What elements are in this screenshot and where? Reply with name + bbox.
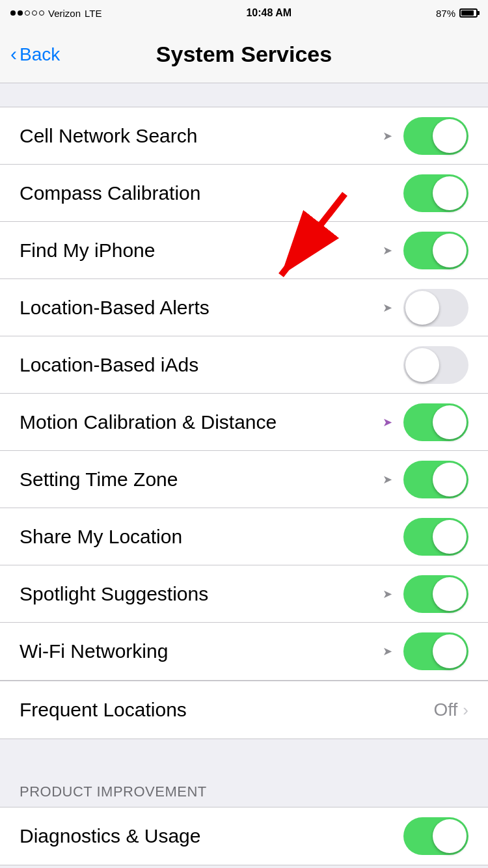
label-share-my-location: Share My Location xyxy=(20,526,182,548)
toggle-knob xyxy=(433,520,467,554)
location-arrow-icon: ➤ xyxy=(380,415,394,429)
toggle-find-my-iphone[interactable] xyxy=(403,232,468,269)
settings-row-cell-network-search[interactable]: Cell Network Search➤ xyxy=(0,107,488,165)
toggle-setting-time-zone[interactable] xyxy=(403,461,468,498)
settings-row-find-my-iphone[interactable]: Find My iPhone➤ xyxy=(0,222,488,279)
signal-dot-4 xyxy=(32,10,37,16)
label-compass-calibration: Compass Calibration xyxy=(20,182,200,204)
battery-icon xyxy=(459,8,478,18)
carrier-name: Verizon xyxy=(48,8,81,19)
frequent-locations-label: Frequent Locations xyxy=(20,699,187,721)
toggle-knob xyxy=(433,819,467,853)
signal-dot-5 xyxy=(39,10,44,16)
toggle-knob xyxy=(405,348,439,382)
product-improvement-header: PRODUCT IMPROVEMENT xyxy=(0,768,488,807)
settings-row-motion-calibration[interactable]: Motion Calibration & Distance➤ xyxy=(0,394,488,451)
location-arrow-icon: ➤ xyxy=(380,243,394,258)
toggle-knob xyxy=(433,405,467,439)
toggle-knob xyxy=(433,577,467,611)
settings-row-setting-time-zone[interactable]: Setting Time Zone➤ xyxy=(0,451,488,508)
toggle-cell-network-search[interactable] xyxy=(403,117,468,155)
frequent-locations-row[interactable]: Frequent Locations Off › xyxy=(0,681,488,739)
toggle-motion-calibration[interactable] xyxy=(403,403,468,441)
network-type: LTE xyxy=(85,8,102,19)
label-location-based-alerts: Location-Based Alerts xyxy=(20,297,210,319)
toggle-share-my-location[interactable] xyxy=(403,518,468,556)
bottom-section-gap xyxy=(0,739,488,768)
chevron-right-icon: › xyxy=(463,700,468,720)
label-find-my-iphone: Find My iPhone xyxy=(20,239,155,262)
label-cell-network-search: Cell Network Search xyxy=(20,125,197,147)
battery-fill xyxy=(461,10,474,16)
toggle-knob xyxy=(433,634,467,668)
status-time: 10:48 AM xyxy=(246,7,291,19)
page-title: System Services xyxy=(156,42,332,67)
toggle-spotlight-suggestions[interactable] xyxy=(403,575,468,613)
back-button[interactable]: ‹ Back xyxy=(10,44,60,65)
frequent-locations-value: Off xyxy=(433,699,457,720)
status-bar: Verizon LTE 10:48 AM 87% xyxy=(0,0,488,26)
settings-row-compass-calibration[interactable]: Compass Calibration xyxy=(0,165,488,222)
battery-percentage: 87% xyxy=(436,8,455,19)
product-improvement-list: Diagnostics & Usage xyxy=(0,807,488,865)
location-arrow-icon: ➤ xyxy=(380,301,394,315)
settings-row-wifi-networking[interactable]: Wi-Fi Networking➤ xyxy=(0,623,488,680)
top-section-gap xyxy=(0,83,488,107)
settings-row-location-based-alerts[interactable]: Location-Based Alerts➤ xyxy=(0,279,488,336)
label-wifi-networking: Wi-Fi Networking xyxy=(20,640,168,662)
frequent-locations-value-area: Off › xyxy=(433,699,468,720)
label-diagnostics-usage: Diagnostics & Usage xyxy=(20,825,200,847)
label-motion-calibration: Motion Calibration & Distance xyxy=(20,411,277,433)
back-chevron-icon: ‹ xyxy=(10,43,17,65)
toggle-diagnostics-usage[interactable] xyxy=(403,817,468,855)
label-spotlight-suggestions: Spotlight Suggestions xyxy=(20,583,208,605)
toggle-knob xyxy=(433,119,467,153)
back-label: Back xyxy=(20,44,60,65)
status-left: Verizon LTE xyxy=(10,8,102,19)
settings-row-spotlight-suggestions[interactable]: Spotlight Suggestions➤ xyxy=(0,565,488,623)
settings-row-share-my-location[interactable]: Share My Location xyxy=(0,508,488,565)
signal-dots xyxy=(10,10,44,16)
toggle-location-based-iads[interactable] xyxy=(403,346,468,384)
settings-list: Cell Network Search➤Compass CalibrationF… xyxy=(0,107,488,681)
signal-dot-3 xyxy=(25,10,30,16)
toggle-location-based-alerts[interactable] xyxy=(403,289,468,327)
label-location-based-iads: Location-Based iAds xyxy=(20,354,198,376)
toggle-wifi-networking[interactable] xyxy=(403,632,468,670)
toggle-knob xyxy=(405,291,439,325)
nav-bar: ‹ Back System Services xyxy=(0,26,488,83)
signal-dot-1 xyxy=(10,10,16,16)
signal-dot-2 xyxy=(18,10,23,16)
label-setting-time-zone: Setting Time Zone xyxy=(20,468,178,491)
location-arrow-icon: ➤ xyxy=(380,644,394,658)
settings-row-diagnostics-usage[interactable]: Diagnostics & Usage xyxy=(0,807,488,865)
location-arrow-icon: ➤ xyxy=(380,472,394,487)
location-arrow-icon: ➤ xyxy=(380,129,394,143)
toggle-knob xyxy=(433,463,467,496)
location-arrow-icon: ➤ xyxy=(380,587,394,601)
settings-row-location-based-iads[interactable]: Location-Based iAds xyxy=(0,336,488,394)
status-right: 87% xyxy=(436,8,478,19)
toggle-knob xyxy=(433,234,467,267)
toggle-knob xyxy=(433,176,467,210)
toggle-compass-calibration[interactable] xyxy=(403,174,468,212)
